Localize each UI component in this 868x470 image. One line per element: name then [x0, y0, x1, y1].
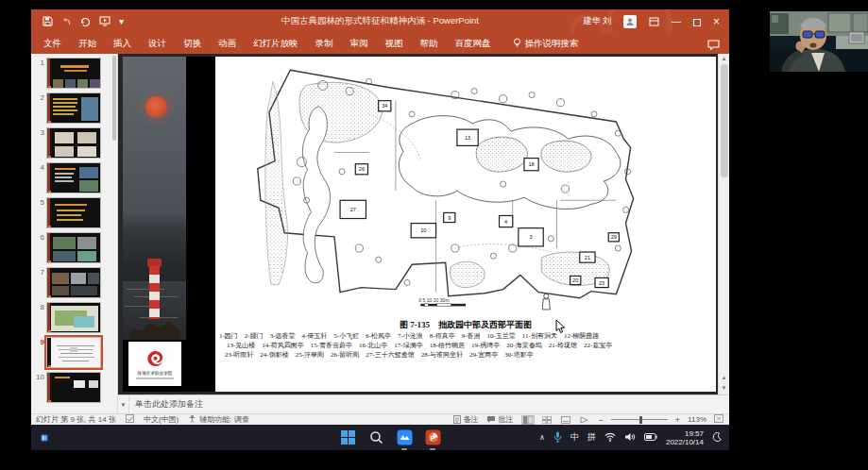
- svg-text:18: 18: [528, 161, 534, 167]
- thumbnail-image[interactable]: [46, 372, 101, 403]
- microphone-icon[interactable]: [553, 431, 562, 445]
- slide-main-content: 34131826271094329212023 0 5 10 20 30m: [215, 57, 716, 392]
- thumbnail-image[interactable]: [46, 232, 101, 263]
- notes-pane[interactable]: ▼ 单击此处添加备注: [118, 394, 729, 413]
- battery-icon[interactable]: [644, 433, 657, 443]
- account-name[interactable]: 建华 刘: [583, 15, 611, 27]
- ribbon-tab-设计[interactable]: 设计: [140, 33, 175, 54]
- svg-text:13: 13: [465, 135, 470, 141]
- thumbnail-image[interactable]: [46, 58, 101, 89]
- undo-icon[interactable]: [61, 17, 72, 26]
- ribbon-tab-切换[interactable]: 切换: [175, 33, 210, 54]
- zoom-out-button[interactable]: −: [599, 415, 604, 425]
- ribbon-tab-百度网盘[interactable]: 百度网盘: [447, 33, 500, 54]
- spell-check-icon[interactable]: [126, 414, 134, 425]
- notes-toggle[interactable]: 备注: [453, 414, 479, 425]
- ribbon-tab-开始[interactable]: 开始: [70, 33, 105, 54]
- zoom-level[interactable]: 113%: [688, 415, 706, 424]
- thumbnail-number: 7: [33, 267, 44, 277]
- widgets-icon[interactable]: [31, 429, 48, 446]
- ribbon-tab-审阅[interactable]: 审阅: [342, 33, 377, 54]
- ribbon-display-options-icon[interactable]: [649, 13, 659, 30]
- ribbon-tab-录制[interactable]: 录制: [307, 33, 342, 54]
- logo-subtext-line: [136, 378, 174, 379]
- start-slideshow-icon[interactable]: [99, 16, 111, 26]
- search-icon[interactable]: [367, 429, 384, 446]
- ribbon-tab-插入[interactable]: 插入: [105, 33, 140, 54]
- accessibility-status[interactable]: 辅助功能: 调查: [199, 414, 248, 425]
- thumbnail-image[interactable]: [46, 302, 101, 333]
- scrollbar-thumb[interactable]: [721, 64, 728, 177]
- slide-thumbnail-4[interactable]: 4: [33, 162, 110, 193]
- slide-thumbnail-3[interactable]: 3: [33, 127, 110, 159]
- presenter-scene: [770, 11, 868, 72]
- hidden-icons-chevron[interactable]: ∧: [539, 433, 545, 442]
- slide-thumbnail-9[interactable]: 9: [33, 337, 110, 368]
- slide-thumbnail-10[interactable]: 10: [33, 372, 110, 403]
- thumbnail-number: 9: [33, 337, 44, 346]
- thumbnail-image[interactable]: [46, 92, 101, 124]
- sun-image: [145, 96, 167, 118]
- comments-toggle[interactable]: 批注: [486, 414, 514, 425]
- ribbon-tab-动画[interactable]: 动画: [210, 33, 245, 54]
- logo-swirl-icon: [145, 349, 165, 368]
- figure-legend-line3: 23-听雨轩 24-倒影楼 25-浮翠阁 26-留听阁 27-三十六鸳鸯馆 28…: [215, 350, 716, 360]
- slide-thumbnail-8[interactable]: 8: [33, 302, 110, 333]
- notes-collapse-icon[interactable]: ▼: [118, 395, 129, 413]
- comments-icon[interactable]: [707, 37, 720, 54]
- restore-button[interactable]: [693, 13, 701, 30]
- slide-thumbnail-1[interactable]: 1: [33, 58, 110, 89]
- powerpoint-taskbar-icon[interactable]: P: [424, 429, 441, 446]
- thumbnail-image[interactable]: [46, 162, 101, 193]
- thumbnail-scrollbar[interactable]: [111, 54, 117, 413]
- previous-slide-icon[interactable]: ▲: [722, 375, 727, 380]
- reading-view-button[interactable]: [559, 415, 572, 425]
- slideshow-view-button[interactable]: [578, 415, 591, 425]
- ribbon-tab-幻灯片放映[interactable]: 幻灯片放映: [245, 33, 307, 54]
- focus-assist-moon-icon[interactable]: [712, 432, 722, 444]
- ribbon-tab-视图[interactable]: 视图: [377, 33, 412, 54]
- editor-vertical-scrollbar[interactable]: ▲ ▲ ▼: [718, 54, 729, 394]
- close-button[interactable]: ×: [713, 16, 720, 27]
- taskbar-clock[interactable]: 19:57 2022/10/14: [666, 429, 704, 446]
- thumbnail-number: 1: [33, 58, 44, 67]
- next-slide-icon[interactable]: ▼: [722, 385, 727, 391]
- thumbnail-image[interactable]: [46, 197, 101, 228]
- thumbnail-image[interactable]: [46, 267, 101, 298]
- start-button[interactable]: [339, 429, 356, 446]
- volume-icon[interactable]: [624, 432, 636, 444]
- tell-me-search[interactable]: 操作说明搜索: [513, 38, 579, 50]
- slide-thumbnail-5[interactable]: 5: [33, 197, 110, 228]
- thumbnail-image[interactable]: [46, 127, 101, 159]
- ime-pinyin-indicator[interactable]: 拼: [587, 431, 596, 444]
- svg-text:23: 23: [599, 280, 604, 286]
- slide-sorter-view-button[interactable]: [540, 415, 553, 425]
- title-bar: ▾ 中国古典园林的形式特征和精神内涵 - PowerPoint 建华 刘 — ×: [31, 9, 729, 33]
- ribbon-tab-帮助[interactable]: 帮助: [412, 33, 447, 54]
- save-icon[interactable]: [43, 16, 53, 26]
- ime-chinese-indicator[interactable]: 中: [570, 431, 579, 444]
- minimize-button[interactable]: —: [672, 17, 681, 26]
- slide-thumbnail-7[interactable]: 7: [33, 267, 110, 298]
- slide-thumbnail-6[interactable]: 6: [33, 232, 110, 263]
- qat-dropdown-icon[interactable]: ▾: [119, 17, 124, 26]
- account-avatar[interactable]: [623, 15, 637, 28]
- normal-view-button[interactable]: [521, 415, 535, 425]
- presenter-webcam-video[interactable]: [770, 11, 868, 72]
- fit-to-window-icon[interactable]: [714, 414, 723, 425]
- thumbnail-image[interactable]: [46, 337, 101, 368]
- wifi-icon[interactable]: [604, 432, 616, 444]
- zoom-slider[interactable]: [611, 415, 668, 425]
- zoom-in-button[interactable]: +: [675, 415, 680, 425]
- language-status[interactable]: 中文(中国): [144, 414, 179, 425]
- ribbon-tab-文件[interactable]: 文件: [35, 33, 70, 54]
- slide-thumbnail-2[interactable]: 2: [33, 92, 110, 124]
- meeting-app-icon[interactable]: [396, 429, 413, 446]
- lightbulb-icon: [513, 38, 521, 50]
- slide-canvas[interactable]: 珠海艺术职业学院: [123, 57, 716, 392]
- svg-text:21: 21: [585, 255, 590, 260]
- notes-placeholder[interactable]: 单击此处添加备注: [129, 398, 203, 411]
- scroll-up-icon[interactable]: ▲: [722, 56, 727, 61]
- system-tray: ∧ 中 拼 19:57 2022/10/14: [539, 429, 722, 446]
- redo-icon[interactable]: [80, 17, 91, 26]
